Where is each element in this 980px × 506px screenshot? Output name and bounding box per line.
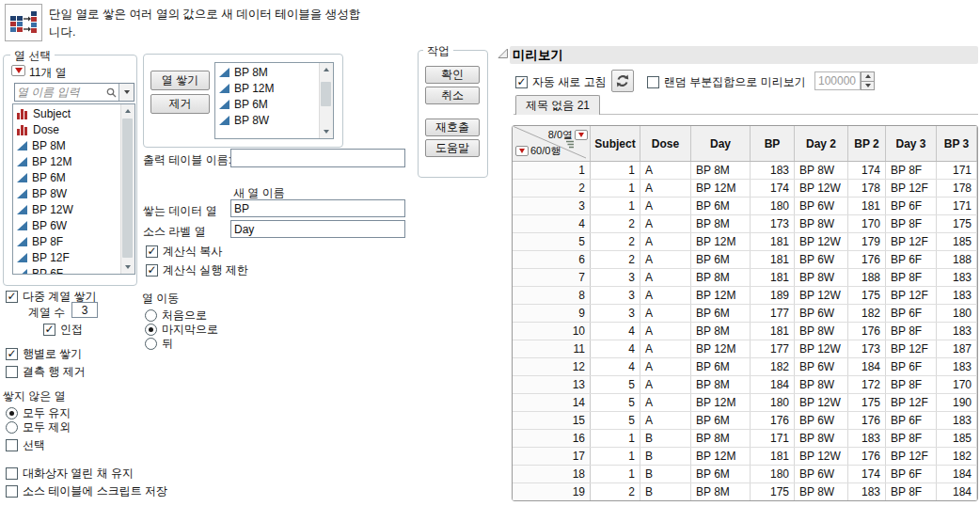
table-cell[interactable]: BP 12M <box>691 233 751 250</box>
table-cell[interactable]: A <box>640 287 691 304</box>
table-cell[interactable]: 178 <box>937 180 977 197</box>
table-cell[interactable]: 1 <box>591 162 640 179</box>
table-cell[interactable]: BP 12M <box>691 287 751 304</box>
table-cell[interactable]: BP 6M <box>691 198 751 214</box>
table-cell[interactable]: 174 <box>848 162 886 179</box>
column-header[interactable]: Day 2 <box>795 126 848 161</box>
table-cell[interactable]: 5 <box>591 376 640 393</box>
column-list-item[interactable]: BP 12M <box>13 153 120 169</box>
table-cell[interactable]: BP 6M <box>691 251 751 268</box>
select-checkbox[interactable]: 선택 <box>6 437 45 453</box>
column-list-item[interactable]: BP 8F <box>13 233 120 249</box>
random-subset-checkbox[interactable]: 랜덤 부분집합으로 미리보기 <box>647 74 806 90</box>
table-cell[interactable]: 175 <box>848 394 886 411</box>
table-cell[interactable]: A <box>640 180 691 197</box>
row-number-cell[interactable]: 2 <box>513 180 591 197</box>
auto-refresh-checkbox[interactable]: 자동 새로 고침 <box>515 74 607 90</box>
table-cell[interactable]: BP 6W <box>795 412 848 429</box>
table-cell[interactable]: 183 <box>937 323 977 340</box>
row-number-cell[interactable]: 17 <box>513 448 591 465</box>
table-cell[interactable]: 183 <box>848 430 886 447</box>
column-select-menu-hotspot[interactable] <box>11 65 25 76</box>
table-cell[interactable]: BP 6F <box>886 358 937 375</box>
table-cell[interactable]: BP 6M <box>691 466 751 482</box>
table-cell[interactable]: A <box>640 358 691 375</box>
row-number-cell[interactable]: 4 <box>513 215 591 232</box>
table-cell[interactable]: 176 <box>848 448 886 465</box>
table-cell[interactable]: BP 12W <box>795 233 848 250</box>
table-cell[interactable]: 177 <box>751 340 795 357</box>
table-cell[interactable]: BP 12F <box>886 340 937 357</box>
table-cell[interactable]: 188 <box>848 269 886 286</box>
contiguous-checkbox[interactable]: 인접 <box>43 322 83 338</box>
row-number-cell[interactable]: 15 <box>513 412 591 429</box>
table-cell[interactable]: 175 <box>751 483 795 500</box>
column-list-item[interactable]: BP 8M <box>215 64 319 80</box>
table-cell[interactable]: BP 8W <box>795 215 848 232</box>
table-cell[interactable]: BP 6F <box>886 305 937 322</box>
column-list-item[interactable]: BP 8W <box>13 185 120 201</box>
column-list-item[interactable]: BP 6F <box>13 265 120 274</box>
table-cell[interactable]: A <box>640 233 691 250</box>
table-cell[interactable]: 182 <box>848 305 886 322</box>
row-number-cell[interactable]: 14 <box>513 394 591 411</box>
table-cell[interactable]: BP 8M <box>691 269 751 286</box>
row-number-cell[interactable]: 13 <box>513 376 591 393</box>
table-cell[interactable]: 3 <box>591 305 640 322</box>
table-cell[interactable]: 178 <box>848 180 886 197</box>
table-cell[interactable]: 183 <box>937 269 977 286</box>
table-cell[interactable]: 183 <box>937 287 977 304</box>
table-cell[interactable]: 3 <box>591 287 640 304</box>
output-table-input[interactable] <box>230 149 405 167</box>
table-cell[interactable]: 185 <box>937 430 977 447</box>
subset-size-input[interactable] <box>814 71 861 90</box>
table-cell[interactable]: BP 6F <box>886 251 937 268</box>
row-number-cell[interactable]: 5 <box>513 233 591 250</box>
table-cell[interactable]: BP 8F <box>886 323 937 340</box>
table-cell[interactable]: BP 12M <box>691 340 751 357</box>
stack-by-row-checkbox[interactable]: 행별로 쌓기 <box>6 346 82 362</box>
disclosure-triangle-icon[interactable] <box>498 48 509 59</box>
table-cell[interactable]: BP 12F <box>886 287 937 304</box>
table-cell[interactable]: 176 <box>848 323 886 340</box>
subset-size-stepper[interactable] <box>861 71 875 90</box>
table-cell[interactable]: 1 <box>591 448 640 465</box>
column-list-item[interactable]: BP 6M <box>215 96 319 112</box>
table-cell[interactable]: BP 6W <box>795 198 848 214</box>
table-cell[interactable]: BP 6F <box>886 466 937 482</box>
table-cell[interactable]: A <box>640 394 691 411</box>
table-cell[interactable]: BP 8F <box>886 269 937 286</box>
search-filter-dropdown[interactable] <box>119 84 134 101</box>
table-cell[interactable]: A <box>640 305 691 322</box>
table-cell[interactable]: A <box>640 412 691 429</box>
table-cell[interactable]: 181 <box>751 251 795 268</box>
column-list-item[interactable]: BP 12F <box>13 249 120 265</box>
column-list-item[interactable]: BP 8W <box>215 112 319 128</box>
save-script-checkbox[interactable]: 소스 테이블에 스크립트 저장 <box>6 483 167 499</box>
stacked-list-scrollbar[interactable] <box>319 63 333 138</box>
table-cell[interactable]: BP 8W <box>795 162 848 179</box>
table-cell[interactable]: 2 <box>591 251 640 268</box>
table-cell[interactable]: 172 <box>848 376 886 393</box>
table-cell[interactable]: 181 <box>751 323 795 340</box>
table-cell[interactable]: BP 8M <box>691 323 751 340</box>
table-cell[interactable]: 1 <box>591 198 640 214</box>
copy-formula-checkbox[interactable]: 계산식 복사 <box>146 244 222 260</box>
table-cell[interactable]: BP 8F <box>886 162 937 179</box>
column-header[interactable]: Day 3 <box>886 126 937 161</box>
table-cell[interactable]: 184 <box>848 358 886 375</box>
column-list-item[interactable]: BP 6W <box>13 217 120 233</box>
row-number-cell[interactable]: 6 <box>513 251 591 268</box>
table-cell[interactable]: 3 <box>591 269 640 286</box>
scroll-up-icon[interactable] <box>320 63 333 76</box>
column-header[interactable]: Dose <box>640 126 691 161</box>
row-number-cell[interactable]: 11 <box>513 340 591 357</box>
table-cell[interactable]: B <box>640 466 691 482</box>
column-list-item[interactable]: BP 12W <box>13 201 120 217</box>
table-cell[interactable]: BP 12M <box>691 448 751 465</box>
column-list-item[interactable]: BP 12M <box>215 80 319 96</box>
table-cell[interactable]: BP 6W <box>795 358 848 375</box>
table-cell[interactable]: 1 <box>591 466 640 482</box>
refresh-button[interactable] <box>611 70 634 92</box>
row-number-cell[interactable]: 8 <box>513 287 591 304</box>
